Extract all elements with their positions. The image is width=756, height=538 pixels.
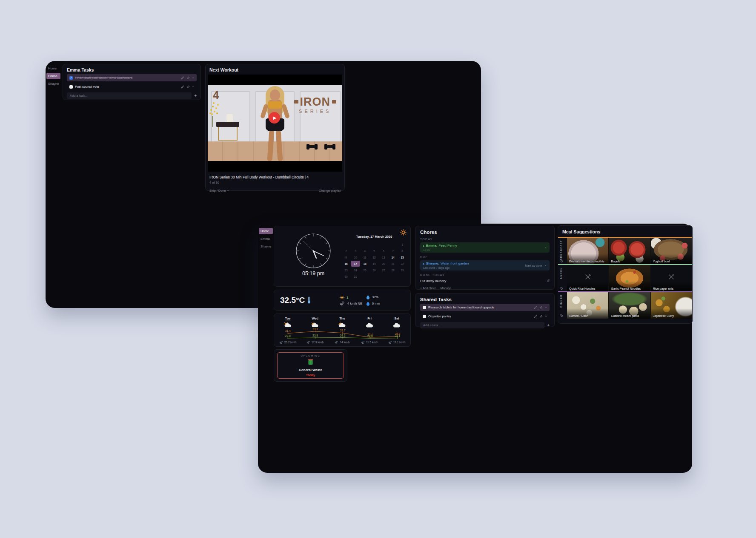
edit-pencil-icon[interactable]	[181, 76, 184, 80]
sun-cloud-icon	[283, 322, 293, 328]
forecast-day-wed[interactable]: Wed17.9 km/h	[301, 314, 329, 346]
meal-tile[interactable]: Japanese Curry	[651, 292, 692, 319]
calendar-day-24[interactable]: 24	[351, 267, 360, 273]
calendar-day-16[interactable]: 16	[341, 261, 351, 267]
meal-tile[interactable]: Yoghurt bowl	[651, 238, 692, 264]
calendar-day-26[interactable]: 26	[369, 267, 379, 273]
calendar-day-7[interactable]: 7	[388, 248, 398, 254]
calendar-day-2[interactable]: 2	[341, 248, 351, 254]
chore-card-due[interactable]: ▶ Shayne: Water front garden Last done 7…	[420, 260, 550, 270]
change-playlist-button[interactable]: Change playlist	[319, 189, 341, 193]
calendar-day-11[interactable]: 11	[360, 254, 369, 260]
calendar-day-17[interactable]: 17	[351, 261, 360, 267]
skip-done-button[interactable]: Skip / Done ▼	[209, 189, 229, 193]
edit-pencil-icon[interactable]	[534, 306, 537, 309]
refresh-icon[interactable]: ↻	[560, 259, 563, 263]
calendar-day-10[interactable]: 10	[351, 254, 360, 260]
delete-task-icon[interactable]: ×	[192, 85, 194, 89]
meal-tile[interactable]: Ramen / Udon	[567, 292, 608, 319]
sidebar-item-shayne[interactable]: Shayne	[259, 243, 273, 250]
calendar-day-5[interactable]: 5	[369, 248, 379, 254]
edit-pencil-icon[interactable]	[181, 85, 184, 89]
task-row[interactable]: Organise pantry×	[420, 313, 550, 320]
task-actions: ×	[181, 76, 194, 80]
calendar-day-14[interactable]: 14	[388, 254, 398, 260]
pin-icon[interactable]	[539, 315, 543, 318]
calendar-day-4[interactable]: 4	[360, 248, 369, 254]
pin-icon[interactable]	[186, 85, 190, 89]
forecast-wind: 14 km/h	[335, 341, 349, 344]
meal-tile[interactable]: Rice paper rolls	[651, 265, 692, 291]
manage-chores-button[interactable]: Manage	[441, 287, 451, 290]
calendar-day-21[interactable]: 21	[388, 261, 398, 267]
calendar-day-3[interactable]: 3	[351, 248, 360, 254]
calendar-day-25[interactable]: 25	[360, 267, 369, 273]
sidebar-item-emma[interactable]: Emma	[259, 236, 273, 242]
refresh-icon[interactable]: ↻	[560, 287, 563, 291]
calendar-day-8[interactable]: 8	[398, 248, 407, 254]
delete-task-icon[interactable]: ×	[192, 76, 194, 80]
add-task-input[interactable]: Add a task...	[420, 322, 544, 328]
workout-video-player[interactable]: 4 IRON SERIES	[208, 75, 342, 172]
chore-card-today[interactable]: ▶ Emma: Feed Penny 17:00 ×	[420, 242, 550, 253]
add-task-button[interactable]: +	[194, 94, 197, 98]
undo-icon[interactable]: ↺	[547, 279, 550, 283]
calendar-day-13[interactable]: 13	[379, 254, 388, 260]
forecast-day-sat[interactable]: Sat19.1 km/h	[383, 314, 410, 346]
task-row[interactable]: ✓Finish draft post about Home Dashboard×	[67, 74, 197, 81]
dismiss-chore-icon[interactable]: ×	[544, 264, 547, 268]
calendar-day-6[interactable]: 6	[379, 248, 388, 254]
task-row[interactable]: Post council vote×	[67, 83, 197, 90]
meal-tile[interactable]: Quick Rice Noodles	[567, 265, 608, 291]
calendar-day-23[interactable]: 23	[341, 267, 351, 273]
forecast-weather-icon	[337, 322, 347, 328]
waste-collection-card[interactable]: UPCOMING General Waste Today	[277, 352, 344, 379]
brightness-icon[interactable]	[400, 229, 407, 236]
rain-value: 0 mm	[372, 302, 380, 305]
checkbox-checked[interactable]: ✓	[69, 76, 73, 80]
checkbox-unchecked[interactable]	[423, 306, 426, 309]
refresh-icon[interactable]: ↻	[560, 314, 563, 318]
sidebar-item-home[interactable]: Home	[259, 228, 273, 234]
temperature-value: 32.5°C	[280, 296, 305, 305]
meal-tile[interactable]: Bagels	[609, 238, 650, 264]
sidebar-item-home[interactable]: Home	[46, 65, 60, 72]
calendar-day-1[interactable]: 1	[398, 242, 407, 247]
play-button-icon[interactable]: ▶	[269, 112, 280, 124]
sidebar-item-shayne[interactable]: Shayne	[46, 81, 60, 87]
checkbox-unchecked[interactable]	[423, 315, 426, 318]
calendar-day-22[interactable]: 22	[398, 261, 407, 267]
forecast-day-thu[interactable]: Thu14 km/h	[329, 314, 356, 346]
delete-task-icon[interactable]: ×	[545, 306, 547, 309]
calendar-day-19[interactable]: 19	[369, 261, 379, 267]
edit-pencil-icon[interactable]	[534, 315, 537, 318]
calendar-day-27[interactable]: 27	[379, 267, 388, 273]
add-task-button[interactable]: +	[547, 323, 550, 328]
meal-tile[interactable]: Emma's morning smoothie	[567, 238, 608, 264]
calendar-day-20[interactable]: 20	[379, 261, 388, 267]
pin-icon[interactable]	[539, 306, 543, 309]
calendar-day-18[interactable]: 18	[360, 261, 369, 267]
calendar-day-30[interactable]: 30	[341, 273, 351, 279]
pin-icon[interactable]	[186, 76, 190, 80]
dismiss-chore-icon[interactable]: ×	[544, 246, 547, 250]
delete-task-icon[interactable]: ×	[545, 315, 547, 318]
meal-tile[interactable]: Garlic Peanut Noodles	[609, 265, 650, 291]
forecast-day-fri[interactable]: Fri11.5 km/h	[356, 314, 383, 346]
meal-tile[interactable]: Cashew cream pasta	[609, 292, 650, 319]
meal-row-lunch: LUNCH↻Quick Rice NoodlesGarlic Peanut No…	[558, 264, 692, 291]
calendar-day-12[interactable]: 12	[369, 254, 379, 260]
add-task-input[interactable]: Add a task...	[67, 92, 192, 99]
calendar-day-31[interactable]: 31	[351, 273, 360, 279]
calendar-day-9[interactable]: 9	[341, 254, 351, 260]
forecast-day-tue[interactable]: Tue20.2 km/h	[274, 314, 301, 346]
task-row[interactable]: Research tablets for home dashboard upgr…	[420, 304, 550, 311]
add-chore-button[interactable]: + Add chore	[420, 287, 436, 290]
forecast-panel: Tue20.2 km/hWed17.9 km/hThu14 km/hFri11.…	[274, 314, 411, 347]
mark-as-done-button[interactable]: Mark as done	[525, 264, 542, 267]
calendar-day-15[interactable]: 15	[398, 254, 407, 260]
sidebar-item-emma[interactable]: Emma	[46, 73, 60, 79]
calendar-day-28[interactable]: 28	[388, 267, 398, 273]
calendar-day-29[interactable]: 29	[398, 267, 407, 273]
checkbox-unchecked[interactable]	[69, 85, 73, 89]
